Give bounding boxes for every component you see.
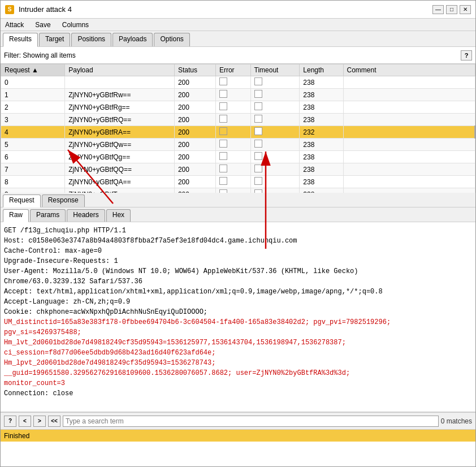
table-row[interactable]: 8ZjNYN0+yGBtfQA==200238 bbox=[1, 176, 475, 188]
table-row[interactable]: 3ZjNYN0+yGBtfRQ==200238 bbox=[1, 114, 475, 126]
minimize-button[interactable]: — bbox=[432, 5, 444, 14]
sub-tab-headers[interactable]: Headers bbox=[67, 209, 105, 222]
nav-last-button[interactable]: << bbox=[48, 416, 60, 427]
table-row[interactable]: 4ZjNYN0+yGBtfRA==200232 bbox=[1, 126, 475, 139]
col-payload[interactable]: Payload bbox=[65, 64, 175, 76]
col-length[interactable]: Length bbox=[300, 64, 343, 76]
sub-tab-params[interactable]: Params bbox=[30, 209, 66, 222]
search-bar: ? < > << 0 matches bbox=[1, 412, 475, 429]
window-title: Intruder attack 4 bbox=[19, 5, 428, 14]
status-bar: Finished bbox=[1, 429, 475, 442]
tab-request[interactable]: Request bbox=[3, 194, 41, 207]
matches-count: 0 matches bbox=[441, 417, 472, 425]
maximize-button[interactable]: □ bbox=[446, 5, 457, 14]
status-text: Finished bbox=[4, 432, 29, 440]
tab-positions[interactable]: Positions bbox=[71, 33, 111, 46]
results-table-scroll[interactable]: Request ▲ Payload Status Error Timeout L… bbox=[1, 64, 475, 193]
help-search-button[interactable]: ? bbox=[4, 416, 16, 427]
table-row[interactable]: 1ZjNYN0+yGBtfRw==200238 bbox=[1, 89, 475, 101]
nav-back-button[interactable]: < bbox=[19, 416, 31, 427]
col-error[interactable]: Error bbox=[215, 64, 250, 76]
menu-bar: Attack Save Columns bbox=[1, 19, 475, 31]
request-content: GET /f13g_ichuqiu.php HTTP/1.1Host: c015… bbox=[1, 222, 475, 397]
main-tab-bar: Results Target Positions Payloads Option… bbox=[1, 31, 475, 47]
col-request[interactable]: Request ▲ bbox=[1, 64, 65, 76]
table-row[interactable]: 6ZjNYN0+yGBtfQg==200238 bbox=[1, 151, 475, 163]
table-row[interactable]: 0200238 bbox=[1, 76, 475, 89]
sub-tab-raw[interactable]: Raw bbox=[3, 209, 29, 222]
app-icon: S bbox=[5, 5, 14, 14]
col-timeout[interactable]: Timeout bbox=[250, 64, 300, 76]
table-row[interactable]: 9ZjNYN0+yGBtfTw==200238 bbox=[1, 188, 475, 193]
filter-text: Filter: Showing all items bbox=[4, 51, 76, 59]
tab-response[interactable]: Response bbox=[42, 194, 85, 207]
tab-target[interactable]: Target bbox=[39, 33, 70, 46]
col-comment[interactable]: Comment bbox=[343, 64, 475, 76]
bottom-tab-bar: Request Response bbox=[1, 193, 475, 207]
nav-forward-button[interactable]: > bbox=[33, 416, 46, 427]
table-row[interactable]: 5ZjNYN0+yGBtfQw==200238 bbox=[1, 139, 475, 151]
results-table: Request ▲ Payload Status Error Timeout L… bbox=[1, 64, 475, 193]
table-row[interactable]: 2ZjNYN0+yGBtfRg==200238 bbox=[1, 101, 475, 114]
menu-save[interactable]: Save bbox=[33, 20, 53, 29]
menu-columns[interactable]: Columns bbox=[60, 20, 91, 29]
col-status[interactable]: Status bbox=[174, 64, 215, 76]
close-button[interactable]: ✕ bbox=[460, 5, 471, 14]
search-input[interactable] bbox=[63, 416, 439, 427]
help-button[interactable]: ? bbox=[461, 50, 472, 60]
table-row[interactable]: 7ZjNYN0+yGBtfQQ==200238 bbox=[1, 163, 475, 176]
filter-bar: Filter: Showing all items ? bbox=[1, 47, 475, 64]
menu-attack[interactable]: Attack bbox=[3, 20, 26, 29]
tab-options[interactable]: Options bbox=[154, 33, 189, 46]
window: S Intruder attack 4 — □ ✕ Attack Save Co… bbox=[0, 0, 476, 467]
sub-tab-bar: Raw Params Headers Hex bbox=[1, 207, 475, 222]
tab-results[interactable]: Results bbox=[3, 33, 38, 47]
title-bar: S Intruder attack 4 — □ ✕ bbox=[1, 1, 475, 19]
tab-payloads[interactable]: Payloads bbox=[112, 33, 153, 46]
sub-tab-hex[interactable]: Hex bbox=[106, 209, 131, 222]
